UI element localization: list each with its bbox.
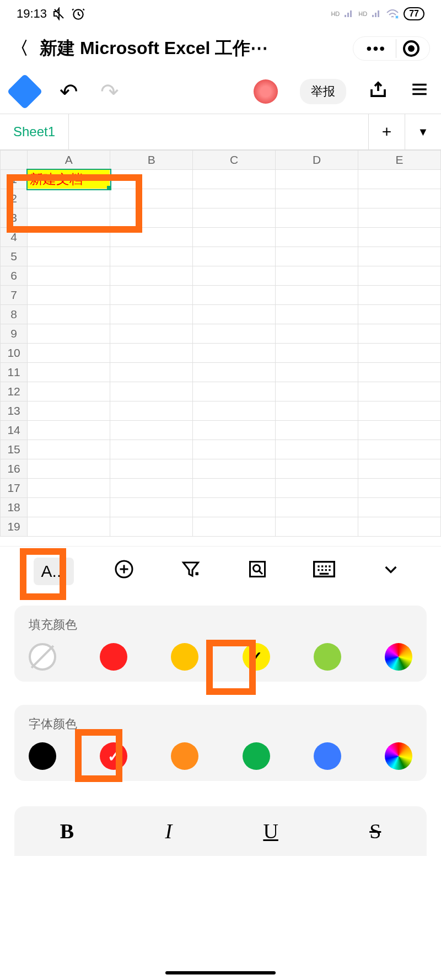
color-swatch[interactable] bbox=[100, 643, 127, 671]
cell[interactable] bbox=[276, 324, 358, 344]
cell[interactable] bbox=[193, 324, 276, 344]
cell[interactable] bbox=[358, 479, 441, 498]
redo-icon[interactable]: ↷ bbox=[100, 79, 119, 104]
cell[interactable] bbox=[28, 208, 110, 228]
collapse-button[interactable] bbox=[374, 560, 407, 582]
cell[interactable] bbox=[358, 440, 441, 459]
color-swatch[interactable]: ✓ bbox=[243, 643, 270, 671]
cell[interactable] bbox=[110, 459, 193, 479]
cell[interactable] bbox=[358, 401, 441, 421]
row-header[interactable]: 1 bbox=[1, 170, 28, 189]
cell[interactable] bbox=[28, 440, 110, 459]
cell[interactable] bbox=[358, 266, 441, 286]
menu-icon[interactable] bbox=[410, 80, 429, 104]
cell[interactable] bbox=[28, 363, 110, 382]
row-header[interactable]: 4 bbox=[1, 228, 28, 247]
undo-icon[interactable]: ↶ bbox=[60, 79, 78, 104]
cell[interactable] bbox=[28, 382, 110, 401]
cell[interactable] bbox=[276, 440, 358, 459]
cell[interactable] bbox=[276, 517, 358, 537]
cell[interactable] bbox=[28, 286, 110, 305]
no-color-swatch[interactable] bbox=[29, 643, 56, 671]
cell[interactable] bbox=[276, 498, 358, 517]
sheet-tab-1[interactable]: Sheet1 bbox=[0, 114, 69, 149]
row-header[interactable]: 9 bbox=[1, 324, 28, 344]
row-header[interactable]: 17 bbox=[1, 479, 28, 498]
cell[interactable] bbox=[28, 228, 110, 247]
row-header[interactable]: 18 bbox=[1, 498, 28, 517]
cell[interactable] bbox=[110, 170, 193, 189]
cell[interactable] bbox=[28, 344, 110, 363]
cell[interactable] bbox=[358, 421, 441, 440]
cell[interactable] bbox=[28, 401, 110, 421]
row-header[interactable]: 11 bbox=[1, 363, 28, 382]
cell[interactable] bbox=[28, 498, 110, 517]
cell[interactable] bbox=[28, 324, 110, 344]
cell[interactable] bbox=[358, 208, 441, 228]
cell[interactable] bbox=[28, 305, 110, 324]
cell[interactable] bbox=[358, 189, 441, 208]
column-header[interactable]: A bbox=[28, 151, 110, 170]
cell[interactable] bbox=[193, 170, 276, 189]
cell[interactable] bbox=[193, 517, 276, 537]
cell[interactable] bbox=[193, 208, 276, 228]
find-button[interactable] bbox=[241, 559, 274, 583]
italic-button[interactable]: I bbox=[165, 819, 172, 843]
row-header[interactable]: 8 bbox=[1, 305, 28, 324]
underline-button[interactable]: U bbox=[263, 819, 278, 843]
cell[interactable] bbox=[193, 479, 276, 498]
row-header[interactable]: 13 bbox=[1, 401, 28, 421]
cell[interactable] bbox=[110, 498, 193, 517]
back-icon[interactable]: 〈 bbox=[11, 36, 29, 61]
cell[interactable] bbox=[110, 324, 193, 344]
cell[interactable] bbox=[358, 228, 441, 247]
sheets-dropdown[interactable]: ▼ bbox=[405, 114, 441, 149]
insert-button[interactable] bbox=[107, 559, 141, 583]
color-swatch[interactable] bbox=[171, 742, 198, 770]
cell[interactable] bbox=[193, 421, 276, 440]
cell[interactable] bbox=[276, 363, 358, 382]
cell[interactable] bbox=[358, 382, 441, 401]
cell[interactable] bbox=[193, 498, 276, 517]
color-swatch[interactable] bbox=[243, 742, 270, 770]
keyboard-button[interactable] bbox=[308, 560, 341, 582]
spreadsheet-grid[interactable]: ABCDE1新建文档2345678910111213141516171819 bbox=[0, 150, 441, 537]
column-header[interactable]: C bbox=[193, 151, 276, 170]
cell[interactable] bbox=[276, 286, 358, 305]
cell[interactable] bbox=[193, 344, 276, 363]
cell[interactable] bbox=[276, 344, 358, 363]
cell[interactable] bbox=[276, 189, 358, 208]
cell[interactable] bbox=[193, 401, 276, 421]
cell[interactable] bbox=[193, 305, 276, 324]
color-swatch[interactable] bbox=[171, 643, 198, 671]
color-swatch[interactable] bbox=[314, 742, 341, 770]
cell[interactable] bbox=[28, 479, 110, 498]
cell[interactable] bbox=[276, 208, 358, 228]
cell[interactable] bbox=[193, 247, 276, 266]
cell[interactable] bbox=[110, 247, 193, 266]
bold-button[interactable]: B bbox=[60, 819, 74, 843]
cell[interactable] bbox=[110, 344, 193, 363]
cell[interactable] bbox=[193, 363, 276, 382]
cell[interactable] bbox=[358, 247, 441, 266]
cell[interactable] bbox=[28, 189, 110, 208]
color-swatch[interactable]: ✓ bbox=[100, 742, 127, 770]
add-sheet-button[interactable]: + bbox=[368, 114, 405, 149]
row-header[interactable]: 12 bbox=[1, 382, 28, 401]
cell[interactable] bbox=[193, 189, 276, 208]
cell[interactable] bbox=[110, 305, 193, 324]
cell[interactable] bbox=[276, 401, 358, 421]
cell[interactable] bbox=[276, 247, 358, 266]
cell[interactable] bbox=[358, 498, 441, 517]
cell[interactable] bbox=[276, 459, 358, 479]
cell[interactable] bbox=[110, 517, 193, 537]
target-icon[interactable] bbox=[403, 40, 420, 57]
cell[interactable] bbox=[28, 247, 110, 266]
cell[interactable] bbox=[193, 286, 276, 305]
color-swatch[interactable] bbox=[314, 643, 341, 671]
cell[interactable] bbox=[276, 479, 358, 498]
cell[interactable] bbox=[193, 382, 276, 401]
cell[interactable] bbox=[193, 440, 276, 459]
cell[interactable] bbox=[110, 189, 193, 208]
cell[interactable] bbox=[276, 266, 358, 286]
